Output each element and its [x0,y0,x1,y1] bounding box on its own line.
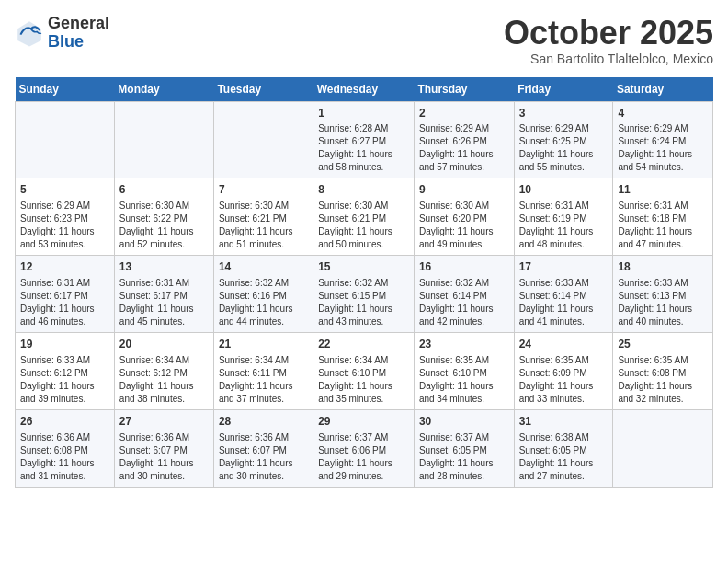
calendar-cell: 28Sunrise: 6:36 AM Sunset: 6:07 PM Dayli… [213,409,313,487]
logo: General Blue [15,15,109,52]
day-number: 26 [20,414,109,430]
calendar-table: SundayMondayTuesdayWednesdayThursdayFrid… [15,77,713,488]
day-number: 8 [318,182,409,198]
day-number: 2 [419,106,509,121]
calendar-cell [16,101,115,178]
day-info: Sunrise: 6:29 AM Sunset: 6:24 PM Dayligh… [618,122,708,174]
day-number: 16 [419,259,509,275]
day-info: Sunrise: 6:33 AM Sunset: 6:14 PM Dayligh… [519,277,609,328]
calendar-cell: 30Sunrise: 6:37 AM Sunset: 6:05 PM Dayli… [414,409,514,487]
day-info: Sunrise: 6:36 AM Sunset: 6:07 PM Dayligh… [119,431,209,483]
day-info: Sunrise: 6:38 AM Sunset: 6:05 PM Dayligh… [519,431,609,483]
title-block: October 2025 San Bartolito Tlaltelolco, … [504,15,713,66]
day-info: Sunrise: 6:37 AM Sunset: 6:05 PM Dayligh… [419,431,509,483]
calendar-cell [213,101,313,178]
calendar-cell: 10Sunrise: 6:31 AM Sunset: 6:19 PM Dayli… [514,178,613,256]
day-info: Sunrise: 6:30 AM Sunset: 6:21 PM Dayligh… [219,200,308,251]
calendar-cell: 22Sunrise: 6:34 AM Sunset: 6:10 PM Dayli… [313,332,415,409]
day-info: Sunrise: 6:31 AM Sunset: 6:17 PM Dayligh… [119,277,209,328]
day-info: Sunrise: 6:29 AM Sunset: 6:25 PM Dayligh… [519,122,609,174]
calendar-week-row: 12Sunrise: 6:31 AM Sunset: 6:17 PM Dayli… [16,256,713,333]
day-info: Sunrise: 6:28 AM Sunset: 6:27 PM Dayligh… [318,122,409,174]
calendar-cell: 26Sunrise: 6:36 AM Sunset: 6:08 PM Dayli… [16,409,115,487]
calendar-cell: 4Sunrise: 6:29 AM Sunset: 6:24 PM Daylig… [613,101,713,178]
day-info: Sunrise: 6:30 AM Sunset: 6:20 PM Dayligh… [419,200,509,251]
day-number: 10 [519,182,609,198]
day-info: Sunrise: 6:31 AM Sunset: 6:17 PM Dayligh… [20,277,109,328]
day-info: Sunrise: 6:29 AM Sunset: 6:26 PM Dayligh… [419,122,509,174]
calendar-cell: 17Sunrise: 6:33 AM Sunset: 6:14 PM Dayli… [514,256,613,333]
calendar-cell: 5Sunrise: 6:29 AM Sunset: 6:23 PM Daylig… [16,178,115,256]
day-number: 21 [219,337,308,352]
day-number: 24 [519,337,609,352]
day-info: Sunrise: 6:36 AM Sunset: 6:08 PM Dayligh… [20,431,109,483]
day-number: 28 [219,414,308,430]
page-header: General Blue October 2025 San Bartolito … [15,15,713,66]
calendar-cell: 14Sunrise: 6:32 AM Sunset: 6:16 PM Dayli… [213,256,313,333]
logo-icon [15,18,44,48]
calendar-cell: 18Sunrise: 6:33 AM Sunset: 6:13 PM Dayli… [613,256,713,333]
calendar-cell: 3Sunrise: 6:29 AM Sunset: 6:25 PM Daylig… [514,101,613,178]
weekday-header-thursday: Thursday [414,77,514,102]
calendar-cell: 9Sunrise: 6:30 AM Sunset: 6:20 PM Daylig… [414,178,514,256]
calendar-cell: 2Sunrise: 6:29 AM Sunset: 6:26 PM Daylig… [414,101,514,178]
day-number: 31 [519,414,609,430]
day-number: 30 [419,414,509,430]
calendar-cell: 20Sunrise: 6:34 AM Sunset: 6:12 PM Dayli… [114,332,213,409]
weekday-header-sunday: Sunday [16,77,115,102]
weekday-header-wednesday: Wednesday [313,77,415,102]
day-number: 22 [318,337,409,352]
calendar-cell: 29Sunrise: 6:37 AM Sunset: 6:06 PM Dayli… [313,409,415,487]
day-number: 19 [20,337,109,352]
day-number: 27 [119,414,209,430]
day-info: Sunrise: 6:35 AM Sunset: 6:08 PM Dayligh… [618,354,708,406]
day-info: Sunrise: 6:33 AM Sunset: 6:13 PM Dayligh… [618,277,708,328]
day-number: 4 [618,106,708,121]
day-info: Sunrise: 6:34 AM Sunset: 6:10 PM Dayligh… [318,354,409,406]
calendar-cell: 27Sunrise: 6:36 AM Sunset: 6:07 PM Dayli… [114,409,213,487]
calendar-cell: 6Sunrise: 6:30 AM Sunset: 6:22 PM Daylig… [114,178,213,256]
day-info: Sunrise: 6:31 AM Sunset: 6:19 PM Dayligh… [519,200,609,251]
day-number: 5 [20,182,109,198]
calendar-cell [613,409,713,487]
calendar-cell: 15Sunrise: 6:32 AM Sunset: 6:15 PM Dayli… [313,256,415,333]
day-info: Sunrise: 6:32 AM Sunset: 6:16 PM Dayligh… [219,277,308,328]
calendar-cell: 16Sunrise: 6:32 AM Sunset: 6:14 PM Dayli… [414,256,514,333]
day-info: Sunrise: 6:35 AM Sunset: 6:09 PM Dayligh… [519,354,609,406]
calendar-week-row: 26Sunrise: 6:36 AM Sunset: 6:08 PM Dayli… [16,409,713,487]
day-info: Sunrise: 6:31 AM Sunset: 6:18 PM Dayligh… [618,200,708,251]
day-info: Sunrise: 6:30 AM Sunset: 6:22 PM Dayligh… [119,200,209,251]
month-title: October 2025 [504,15,713,52]
day-number: 11 [618,182,708,198]
day-number: 23 [419,337,509,352]
weekday-header-saturday: Saturday [613,77,713,102]
day-number: 17 [519,259,609,275]
day-number: 6 [119,182,209,198]
calendar-cell: 13Sunrise: 6:31 AM Sunset: 6:17 PM Dayli… [114,256,213,333]
calendar-cell [114,101,213,178]
day-info: Sunrise: 6:37 AM Sunset: 6:06 PM Dayligh… [318,431,409,483]
day-info: Sunrise: 6:34 AM Sunset: 6:12 PM Dayligh… [119,354,209,406]
day-info: Sunrise: 6:35 AM Sunset: 6:10 PM Dayligh… [419,354,509,406]
logo-text: General Blue [48,15,109,52]
weekday-header-friday: Friday [514,77,613,102]
calendar-week-row: 19Sunrise: 6:33 AM Sunset: 6:12 PM Dayli… [16,332,713,409]
calendar-cell: 31Sunrise: 6:38 AM Sunset: 6:05 PM Dayli… [514,409,613,487]
day-number: 15 [318,259,409,275]
day-info: Sunrise: 6:29 AM Sunset: 6:23 PM Dayligh… [20,200,109,251]
calendar-cell: 21Sunrise: 6:34 AM Sunset: 6:11 PM Dayli… [213,332,313,409]
calendar-cell: 8Sunrise: 6:30 AM Sunset: 6:21 PM Daylig… [313,178,415,256]
day-number: 1 [318,106,409,121]
day-info: Sunrise: 6:32 AM Sunset: 6:15 PM Dayligh… [318,277,409,328]
weekday-header-row: SundayMondayTuesdayWednesdayThursdayFrid… [16,77,713,102]
calendar-cell: 23Sunrise: 6:35 AM Sunset: 6:10 PM Dayli… [414,332,514,409]
location-subtitle: San Bartolito Tlaltelolco, Mexico [504,52,713,66]
day-number: 25 [618,337,708,352]
day-number: 18 [618,259,708,275]
calendar-cell: 19Sunrise: 6:33 AM Sunset: 6:12 PM Dayli… [16,332,115,409]
day-number: 9 [419,182,509,198]
day-info: Sunrise: 6:36 AM Sunset: 6:07 PM Dayligh… [219,431,308,483]
calendar-week-row: 5Sunrise: 6:29 AM Sunset: 6:23 PM Daylig… [16,178,713,256]
calendar-cell: 24Sunrise: 6:35 AM Sunset: 6:09 PM Dayli… [514,332,613,409]
day-number: 12 [20,259,109,275]
